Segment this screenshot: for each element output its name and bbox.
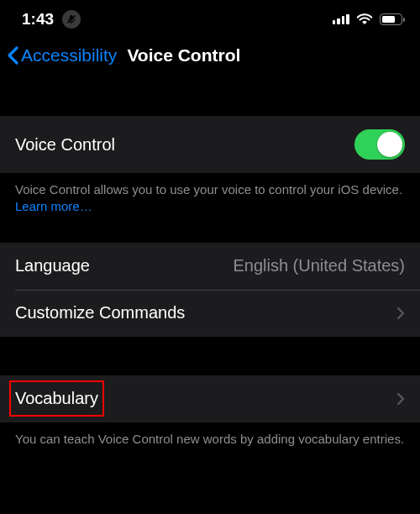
vocabulary-group: Vocabulary [0,375,420,422]
voice-control-toggle[interactable] [354,129,405,160]
status-bar: 1:43 [0,0,420,37]
vocabulary-highlight: Vocabulary [15,389,98,408]
status-time: 1:43 [22,10,54,29]
vocabulary-label: Vocabulary [15,389,98,407]
vocabulary-row[interactable]: Vocabulary [0,375,420,422]
vocabulary-footer-text: You can teach Voice Control new words by… [15,432,404,446]
status-right [333,13,406,25]
customize-commands-label: Customize Commands [15,303,185,323]
language-label: Language [15,256,90,275]
nav-bar: Accessibility Voice Control [0,37,420,77]
voice-control-footer: Voice Control allows you to use your voi… [0,173,420,228]
learn-more-link[interactable]: Learn more… [15,199,92,213]
chevron-right-icon [396,307,405,320]
back-label: Accessibility [21,45,117,66]
voice-control-footer-text: Voice Control allows you to use your voi… [15,182,402,197]
settings-group: Language English (United States) Customi… [0,243,420,337]
wifi-icon [356,13,373,25]
voice-control-row[interactable]: Voice Control [0,116,420,173]
customize-commands-row[interactable]: Customize Commands [0,290,420,337]
voice-control-label: Voice Control [15,135,115,155]
back-button[interactable]: Accessibility [7,45,117,66]
chevron-right-icon [396,392,405,406]
toggle-knob [377,132,402,157]
mic-muted-icon [62,10,81,29]
battery-icon [380,13,406,25]
language-row[interactable]: Language English (United States) [0,243,420,290]
vocabulary-footer: You can teach Voice Control new words by… [0,422,420,459]
status-left: 1:43 [22,10,81,29]
cellular-icon [333,14,349,24]
voice-control-group: Voice Control [0,116,420,173]
chevron-left-icon [7,45,20,66]
language-value: English (United States) [233,256,405,275]
page-title: Voice Control [127,45,240,66]
